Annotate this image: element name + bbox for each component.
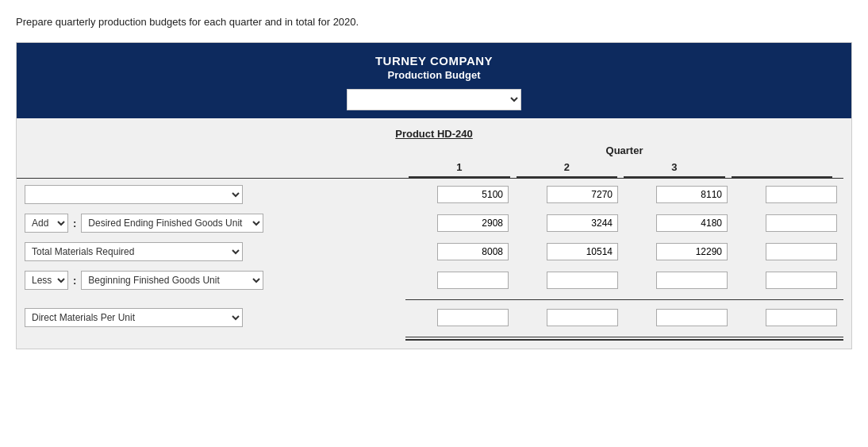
row5-select[interactable]: Direct Materials Per Unit — [25, 308, 243, 327]
row4-q4[interactable] — [766, 272, 837, 289]
table-row: Add Less : Desired Ending Finished Goods… — [25, 214, 843, 233]
row2-q1[interactable] — [437, 214, 509, 232]
quarter-label: Quarter — [405, 145, 843, 156]
row2-colon: : — [73, 218, 76, 229]
row5-q3[interactable] — [656, 309, 728, 326]
table-row — [25, 185, 843, 204]
row4-main-select[interactable]: Beginning Finished Goods Unit — [81, 271, 263, 290]
header-dropdown[interactable] — [347, 89, 521, 110]
col-header-1: 1 — [409, 161, 510, 178]
row2-q4[interactable] — [766, 214, 837, 232]
row3-q4[interactable] — [766, 243, 837, 260]
double-divider-bottom — [405, 339, 843, 341]
row1-q1[interactable] — [437, 186, 509, 203]
col-header-2: 2 — [517, 161, 618, 178]
row4-q1[interactable] — [437, 272, 509, 289]
table-row: Total Materials Required — [25, 242, 843, 261]
double-divider-top — [405, 337, 843, 337]
row3-select[interactable]: Total Materials Required — [25, 242, 243, 261]
row4-prefix-select[interactable]: Add Less — [25, 271, 68, 290]
row1-q4[interactable] — [766, 186, 837, 203]
intro-text: Prepare quarterly production budgets for… — [16, 16, 852, 28]
row2-q2[interactable] — [547, 214, 618, 232]
budget-title: Production Budget — [25, 69, 843, 81]
col-header-4 — [732, 161, 833, 178]
table-row: Add Less : Beginning Finished Goods Unit — [25, 271, 843, 290]
row2-q3[interactable] — [656, 214, 728, 232]
row5-q1[interactable] — [437, 309, 509, 326]
company-name: TURNEY COMPANY — [25, 54, 843, 67]
product-title: Product HD-240 — [17, 118, 851, 143]
budget-container: TURNEY COMPANY Production Budget Product… — [16, 42, 852, 349]
row4-q2[interactable] — [547, 272, 618, 289]
table-row: Direct Materials Per Unit — [25, 308, 843, 327]
budget-header: TURNEY COMPANY Production Budget — [17, 43, 851, 118]
row5-q2[interactable] — [547, 309, 618, 326]
row1-q3[interactable] — [656, 186, 728, 203]
row1-q2[interactable] — [547, 186, 618, 203]
row3-q1[interactable] — [437, 243, 509, 260]
col-header-3: 3 — [624, 161, 725, 178]
budget-body: Product HD-240 Quarter 1 2 3 — [17, 118, 851, 349]
row4-colon: : — [73, 275, 76, 287]
row5-q4[interactable] — [766, 309, 837, 326]
row4-q3[interactable] — [656, 272, 728, 289]
data-rows: Add Less : Desired Ending Finished Goods… — [17, 179, 851, 349]
row1-select[interactable] — [25, 185, 243, 204]
row2-main-select[interactable]: Desired Ending Finished Goods Unit — [81, 214, 263, 233]
row3-q3[interactable] — [656, 243, 728, 260]
divider — [405, 299, 843, 300]
row3-q2[interactable] — [547, 243, 618, 260]
row2-prefix-select[interactable]: Add Less — [25, 214, 68, 233]
